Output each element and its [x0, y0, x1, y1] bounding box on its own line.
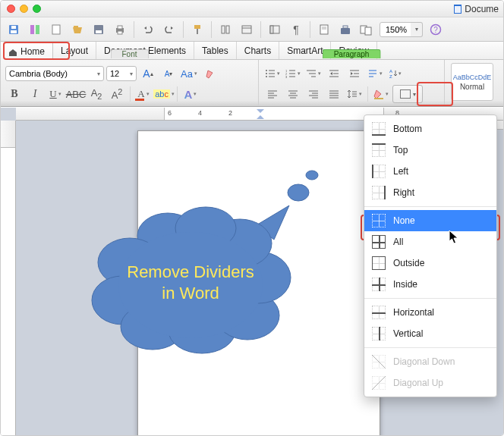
menu-item-border-outside[interactable]: Outside	[364, 253, 496, 274]
redo-button[interactable]	[159, 20, 179, 39]
align-center-button[interactable]	[284, 86, 302, 102]
format-painter-button[interactable]	[187, 20, 207, 39]
svg-rect-8	[96, 30, 102, 33]
shrink-font-button[interactable]: A▾	[159, 65, 178, 82]
style-sample-text: AaBbCcDdE	[453, 74, 492, 81]
border-left-icon	[372, 165, 386, 178]
columns-button[interactable]	[216, 20, 235, 39]
bold-button[interactable]: B	[5, 86, 24, 102]
document-title: Docume	[454, 4, 499, 14]
grow-font-button[interactable]: A▴	[139, 65, 157, 82]
menu-item-border-vertical[interactable]: Vertical	[364, 323, 496, 344]
menu-item-border-horizontal[interactable]: Horizontal	[364, 302, 496, 323]
page-layout-button[interactable]	[314, 20, 334, 39]
clear-formatting-button[interactable]	[200, 65, 219, 82]
highlight-color-button[interactable]: abc	[155, 86, 173, 102]
svg-rect-1	[11, 30, 17, 33]
font-name-value: Cambria (Body)	[9, 69, 68, 78]
svg-rect-20	[320, 25, 328, 34]
menu-item-label: Bottom	[393, 124, 422, 134]
menu-item-label: Diagonal Up	[393, 378, 443, 388]
menu-item-border-left[interactable]: Left	[364, 161, 496, 182]
svg-rect-14	[222, 26, 225, 33]
svg-point-76	[288, 184, 309, 201]
zoom-dropdown-button[interactable]: ▾	[411, 22, 423, 37]
border-inside-icon	[372, 278, 386, 291]
menu-item-border-all[interactable]: All	[364, 231, 496, 253]
window-close-button[interactable]	[7, 5, 15, 13]
undo-button[interactable]	[138, 20, 158, 39]
window-maximize-button[interactable]	[33, 5, 41, 13]
tab-home[interactable]: Home	[1, 42, 53, 61]
svg-rect-3	[30, 25, 34, 34]
change-case-button[interactable]: Aa	[180, 65, 198, 82]
tab-charts[interactable]: Charts	[237, 42, 279, 59]
print-button[interactable]	[110, 20, 130, 39]
help-button[interactable]: ?	[426, 20, 446, 39]
tab-smartart-label: SmartArt	[287, 45, 323, 56]
align-left-button[interactable]	[263, 86, 282, 102]
style-name: Normal	[460, 83, 484, 91]
borders-dropdown-menu: Bottom Top Left Right None All Outside I…	[364, 114, 497, 397]
menu-item-border-none[interactable]: None	[364, 210, 496, 231]
menu-item-border-bottom[interactable]: Bottom	[364, 118, 496, 140]
toolbox-button[interactable]	[335, 20, 355, 39]
svg-point-75	[306, 171, 318, 180]
svg-rect-74	[374, 98, 383, 99]
zoom-field[interactable]: 150%	[380, 22, 413, 37]
line-spacing-button[interactable]	[345, 86, 364, 102]
tab-charts-label: Charts	[244, 45, 271, 56]
vertical-ruler[interactable]	[1, 121, 16, 435]
open-button[interactable]	[68, 20, 87, 39]
save-button[interactable]	[4, 20, 24, 39]
svg-rect-2	[11, 26, 16, 29]
svg-rect-4	[36, 25, 39, 34]
svg-rect-15	[226, 26, 229, 33]
new-document-button[interactable]	[25, 20, 45, 39]
justify-button[interactable]	[325, 86, 343, 102]
indent-marker-icon[interactable]	[257, 109, 264, 120]
decrease-indent-button[interactable]	[325, 65, 343, 82]
text-direction-button[interactable]	[366, 65, 384, 82]
show-hide-button[interactable]	[237, 20, 257, 39]
font-size-combo[interactable]: 12▾	[106, 66, 137, 81]
font-name-combo[interactable]: Cambria (Body)▾	[5, 66, 104, 81]
font-color-button[interactable]: A	[134, 86, 153, 102]
menu-item-label: Right	[393, 187, 414, 198]
style-gallery-item-normal[interactable]: AaBbCcDdE Normal	[451, 63, 493, 101]
svg-rect-12	[194, 25, 200, 29]
numbering-button[interactable]: 123	[284, 65, 302, 82]
menu-item-border-right[interactable]: Right	[364, 182, 496, 203]
tab-tables[interactable]: Tables	[194, 42, 237, 59]
paragraph-marks-button[interactable]: ¶	[286, 20, 306, 39]
svg-rect-13	[197, 29, 198, 34]
window-minimize-button[interactable]	[20, 5, 28, 13]
save-as-button[interactable]	[89, 20, 109, 39]
text-effects-button[interactable]: A	[181, 86, 200, 102]
home-icon	[8, 48, 17, 55]
strikethrough-button[interactable]: ABC	[67, 86, 85, 102]
tab-layout[interactable]: Layout	[53, 42, 96, 59]
ribbon-group-font: Font Cambria (Body)▾ 12▾ A▴ A▾ Aa B I U …	[1, 60, 259, 106]
multilevel-list-button[interactable]	[304, 65, 323, 82]
increase-indent-button[interactable]	[345, 65, 364, 82]
italic-button[interactable]: I	[26, 86, 44, 102]
underline-button[interactable]: U	[46, 86, 65, 102]
subscript-button[interactable]: A2	[87, 86, 106, 102]
menu-item-border-inside[interactable]: Inside	[364, 274, 496, 295]
align-right-button[interactable]	[304, 86, 323, 102]
sort-button[interactable]: AZ	[386, 65, 405, 82]
new-from-template-button[interactable]	[46, 20, 66, 39]
border-bottom-icon	[372, 122, 386, 136]
bullets-button[interactable]	[263, 65, 282, 82]
show-sidebar-button[interactable]	[265, 20, 285, 39]
svg-rect-11	[118, 31, 122, 34]
media-browser-button[interactable]	[357, 20, 376, 39]
borders-split-button[interactable]: ▾	[392, 85, 423, 103]
svg-rect-24	[343, 26, 348, 28]
shading-button[interactable]	[372, 86, 390, 102]
font-size-value: 12	[110, 69, 119, 78]
superscript-button[interactable]: A2	[108, 86, 126, 102]
ribbon-group-styles: AaBbCcDdE Normal	[445, 60, 493, 106]
menu-item-border-top[interactable]: Top	[364, 140, 496, 161]
